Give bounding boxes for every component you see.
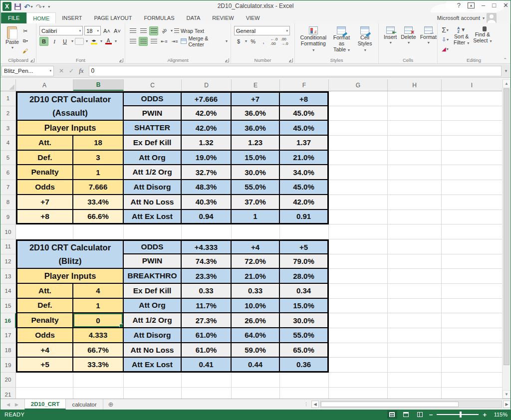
cell-G19[interactable] [329, 358, 388, 373]
cell-H13[interactable] [388, 269, 442, 284]
sheet-tab-2d10-crt[interactable]: 2D10_CRT [24, 399, 66, 410]
cell-E18[interactable]: 59.0% [232, 343, 280, 358]
cell-F11[interactable]: +5 [280, 239, 329, 254]
fill-button[interactable]: ⇩▾ [441, 35, 450, 44]
cell-D12[interactable]: 74.3% [182, 254, 232, 269]
cell-A15[interactable]: Def. [16, 299, 73, 314]
zoom-in-button[interactable]: + [483, 411, 487, 419]
expand-formula-bar-icon[interactable]: ▾ [502, 68, 511, 73]
ribbon-display-options-button[interactable]: ▴ [468, 2, 475, 8]
cell-D14[interactable]: 0.33 [182, 284, 232, 299]
cell-H2[interactable] [388, 106, 442, 121]
align-left-button[interactable] [128, 37, 137, 46]
cell-F3[interactable]: 45.0% [280, 121, 329, 136]
cell-I21[interactable] [442, 388, 503, 399]
cell-H9[interactable] [388, 210, 442, 225]
cell-G6[interactable] [329, 165, 388, 180]
cell-C18[interactable]: Att No Loss [124, 343, 182, 358]
cell-A10[interactable] [16, 224, 73, 239]
cell-G13[interactable] [329, 269, 388, 284]
sheet-tab-calculator[interactable]: calculator [66, 399, 103, 410]
cell-H11[interactable] [388, 239, 442, 254]
cell-A20[interactable] [16, 373, 73, 388]
cell-H19[interactable] [388, 358, 442, 373]
row-header-9[interactable]: 9 [0, 210, 16, 225]
paste-button[interactable]: Paste▾ [3, 25, 21, 55]
column-header-G[interactable]: G [329, 79, 388, 91]
tab-file[interactable]: FILE [1, 12, 26, 23]
cell-I5[interactable] [442, 151, 503, 166]
cell-E3[interactable]: 36.0% [232, 121, 280, 136]
cell-E12[interactable]: 72.0% [232, 254, 280, 269]
delete-cells-button[interactable]: ✕ Delete▾ [399, 25, 418, 47]
number-dialog-launcher[interactable] [289, 58, 293, 62]
column-header-A[interactable]: A [16, 79, 73, 91]
cell-B14[interactable]: 4 [73, 284, 124, 299]
cell-D9[interactable]: 0.94 [182, 210, 232, 225]
cell-I11[interactable] [442, 239, 503, 254]
cell-C20[interactable] [124, 373, 182, 388]
increase-decimal-button[interactable]: ←.0.00 [269, 37, 278, 46]
row-header-4[interactable]: 4 [0, 136, 16, 151]
cell-E6[interactable]: 30.0% [232, 165, 280, 180]
cell-H16[interactable] [388, 313, 442, 328]
cell-I7[interactable] [442, 180, 503, 195]
cell-H6[interactable] [388, 165, 442, 180]
cell-B5[interactable]: 3 [73, 151, 124, 166]
cell-B19[interactable]: 33.3% [73, 358, 124, 373]
cell-A21[interactable] [16, 388, 73, 399]
cell-D16[interactable]: 27.3% [182, 313, 232, 328]
cell-styles-button[interactable]: CellStyles ▾ [354, 25, 375, 54]
cell-C4[interactable]: Ex Def Kill [124, 136, 182, 151]
scroll-left-icon[interactable]: ◀ [311, 401, 319, 408]
accounting-format-button[interactable]: $ [234, 37, 243, 46]
prev-sheet-icon[interactable]: ◀ [6, 402, 10, 407]
cell-B9[interactable]: 66.6% [73, 210, 124, 225]
cell-D1[interactable]: +7.666 [182, 91, 232, 106]
scroll-down-icon[interactable]: ▼ [503, 390, 511, 399]
tab-review[interactable]: REVIEW [206, 12, 240, 23]
cell-E13[interactable]: 21.0% [232, 269, 280, 284]
cell-A16[interactable]: Penalty [16, 313, 73, 328]
zoom-slider[interactable] [437, 414, 479, 415]
align-middle-button[interactable] [139, 26, 148, 35]
cell-C21[interactable] [124, 388, 182, 399]
cell-B17[interactable]: 4.333 [73, 328, 124, 343]
comma-style-button[interactable]: , [259, 37, 268, 46]
cell-H20[interactable] [388, 373, 442, 388]
tab-view[interactable]: VIEW [240, 12, 266, 23]
cell-H8[interactable] [388, 195, 442, 210]
cell-C8[interactable]: Att No Loss [124, 195, 182, 210]
cell-D18[interactable]: 61.0% [182, 343, 232, 358]
cell-E9[interactable]: 1 [232, 210, 280, 225]
cell-C16[interactable]: Att 1/2 Org [124, 313, 182, 328]
cell-F4[interactable]: 1.37 [280, 136, 329, 151]
vertical-scrollbar[interactable]: ▲ ▼ [502, 79, 511, 399]
cell-C14[interactable]: Ex Def Kill [124, 284, 182, 299]
bold-button[interactable]: B [39, 37, 48, 46]
cell-D5[interactable]: 19.0% [182, 151, 232, 166]
decrease-indent-button[interactable]: ⇤≡ [160, 37, 169, 46]
cell-E4[interactable]: 1.23 [232, 136, 280, 151]
cell-D3[interactable]: 42.0% [182, 121, 232, 136]
cell-D4[interactable]: 1.32 [182, 136, 232, 151]
shrink-font-button[interactable]: A˅ [113, 26, 122, 35]
cell-C13[interactable]: BREAKTHRO [124, 269, 182, 284]
cell-A5[interactable]: Def. [16, 151, 73, 166]
cell-D17[interactable]: 61.0% [182, 328, 232, 343]
cell-G1[interactable] [329, 91, 388, 106]
cell-I15[interactable] [442, 299, 503, 314]
enter-icon[interactable]: ✓ [69, 67, 74, 74]
column-header-D[interactable]: D [182, 79, 232, 91]
account-area[interactable]: Microsoft account ▾ [437, 12, 497, 23]
cell-I6[interactable] [442, 165, 503, 180]
cell-A1-merged[interactable]: 2D10 CRT Calculator [16, 91, 124, 106]
cell-A13-merged[interactable]: Player Inputs [16, 269, 124, 284]
cell-I19[interactable] [442, 358, 503, 373]
cell-I18[interactable] [442, 343, 503, 358]
cell-F7[interactable]: 45.0% [280, 180, 329, 195]
cell-E14[interactable]: 0.33 [232, 284, 280, 299]
page-break-view-button[interactable] [415, 411, 425, 419]
cell-I16[interactable] [442, 313, 503, 328]
row-header-2[interactable]: 2 [0, 106, 16, 121]
